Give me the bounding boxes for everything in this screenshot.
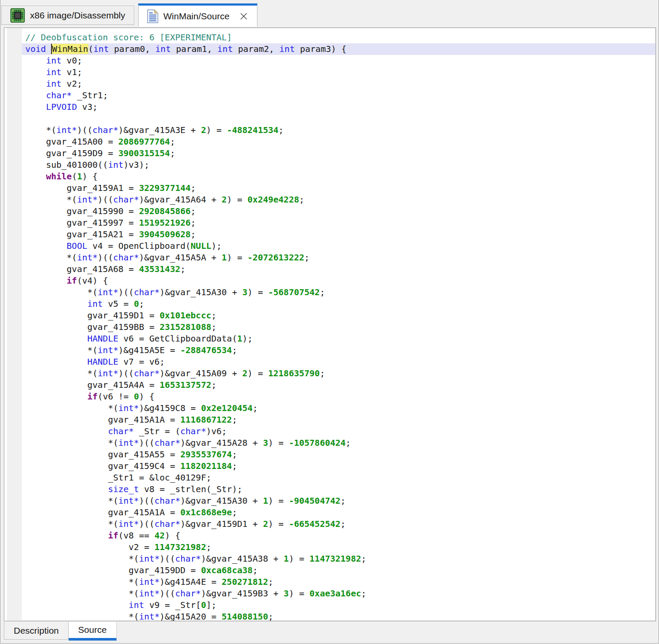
code-line: *(int*)&g415A20 = 514088150;	[22, 611, 656, 621]
top-tab-bar: x86 image/Disassembly WinMain/Source	[1, 3, 257, 27]
code-line: if(v4) {	[22, 275, 656, 287]
code-line: gvar_415990 = 2920845866;	[22, 206, 656, 217]
code-line: *(int*)((char*)&gvar_415A3E + 2) = -4882…	[22, 124, 656, 136]
bottom-tab-bar: Description Source	[4, 622, 117, 641]
code-line: *(int*)((char*)&gvar_415A64 + 2) = 0x249…	[22, 194, 656, 206]
code-editor[interactable]: // Deobfuscation score: 6 [EXPERIMENTAL]…	[22, 28, 656, 621]
code-line	[22, 113, 656, 124]
code-line: *(int*)((char*)&gvar_4159D1 + 2) = -6654…	[22, 518, 656, 530]
code-line: gvar_415A4A = 1653137572;	[22, 379, 656, 391]
tab-label: Description	[14, 626, 59, 636]
code-line: *(int*)((char*)&gvar_4159B3 + 3) = 0xae3…	[22, 588, 656, 599]
code-line: gvar_415997 = 1519521926;	[22, 217, 656, 229]
code-line: HANDLE v6 = GetClipboardData(1);	[22, 333, 656, 345]
code-line: _Str1 = &loc_40129F;	[22, 472, 656, 484]
tab-source[interactable]: Source	[69, 622, 117, 641]
code-line: *(int*)&g4159C8 = 0x2e120454;	[22, 402, 656, 414]
code-line: *(int*)((char*)&gvar_415A30 + 3) = -5687…	[22, 287, 656, 298]
code-line: *(int*)((char*)&gvar_415A30 + 1) = -9045…	[22, 495, 656, 507]
close-icon[interactable]	[239, 12, 248, 21]
code-line: sub_401000((int)v3);	[22, 159, 656, 171]
code-line: HANDLE v7 = v6;	[22, 356, 656, 368]
code-line: gvar_415A21 = 3904509628;	[22, 229, 656, 240]
app-window: x86 image/Disassembly WinMain/Source	[0, 0, 659, 644]
code-line: int v9 = _Str[0];	[22, 599, 656, 611]
code-line: // Deobfuscation score: 6 [EXPERIMENTAL]	[22, 32, 656, 43]
tab-disassembly[interactable]: x86 image/Disassembly	[1, 6, 134, 25]
code-line: *(int*)((char*)&gvar_415A5A + 1) = -2072…	[22, 252, 656, 263]
code-line: if(v6 != 0) {	[22, 391, 656, 402]
code-line: int v2;	[22, 78, 656, 90]
tab-label: Source	[78, 625, 107, 635]
code-line: size_t v8 = _strlen(_Str);	[22, 484, 656, 495]
code-line: gvar_415A55 = 2935537674;	[22, 449, 656, 460]
code-line: int v0;	[22, 55, 656, 67]
code-line: gvar_415A1A = 0x1c868e9e;	[22, 507, 656, 518]
code-line: *(int*)((char*)&gvar_415A28 + 3) = -1057…	[22, 437, 656, 449]
code-line: gvar_415A00 = 2086977764;	[22, 136, 656, 148]
code-line: int v5 = 0;	[22, 298, 656, 310]
code-line: int v1;	[22, 67, 656, 78]
code-line: gvar_415A1A = 1116867122;	[22, 414, 656, 426]
code-line: gvar_4159A1 = 3229377144;	[22, 182, 656, 194]
code-line: gvar_4159D1 = 0x101ebccc;	[22, 310, 656, 321]
document-icon	[147, 9, 158, 23]
code-line: if(v8 == 42) {	[22, 530, 656, 541]
code-line: gvar_4159C4 = 1182021184;	[22, 460, 656, 472]
code-line: gvar_4159BB = 2315281088;	[22, 321, 656, 333]
code-line: char* _Str = (char*)v6;	[22, 426, 656, 437]
code-line: LPVOID v3;	[22, 101, 656, 113]
code-line: void WinMain(int param0, int param1, int…	[22, 43, 656, 55]
tab-label: WinMain/Source	[163, 11, 230, 21]
code-line: while(1) {	[22, 171, 656, 182]
code-line: *(int*)&g415A4E = 250271812;	[22, 576, 656, 588]
code-line: gvar_4159DD = 0xca68ca38;	[22, 565, 656, 576]
code-line: char* _Str1;	[22, 90, 656, 101]
code-line: *(int*)((char*)&gvar_415A09 + 2) = 12186…	[22, 368, 656, 379]
code-line: BOOL v4 = OpenClipboard(NULL);	[22, 240, 656, 252]
code-line: v2 = 1147321982;	[22, 541, 656, 553]
code-gutter	[7, 28, 22, 621]
code-line: *(int*)&g415A5E = -288476534;	[22, 345, 656, 356]
code-line: gvar_415A68 = 43531432;	[22, 263, 656, 275]
chip-icon	[10, 8, 25, 23]
tab-description[interactable]: Description	[4, 622, 69, 640]
code-line: *(int*)((char*)&gvar_415A38 + 1) = 11473…	[22, 553, 656, 565]
code-line: gvar_4159D9 = 3900315154;	[22, 148, 656, 159]
tab-label: x86 image/Disassembly	[30, 10, 125, 21]
tab-winmain-source[interactable]: WinMain/Source	[138, 3, 257, 27]
source-panel: // Deobfuscation score: 6 [EXPERIMENTAL]…	[4, 27, 656, 621]
